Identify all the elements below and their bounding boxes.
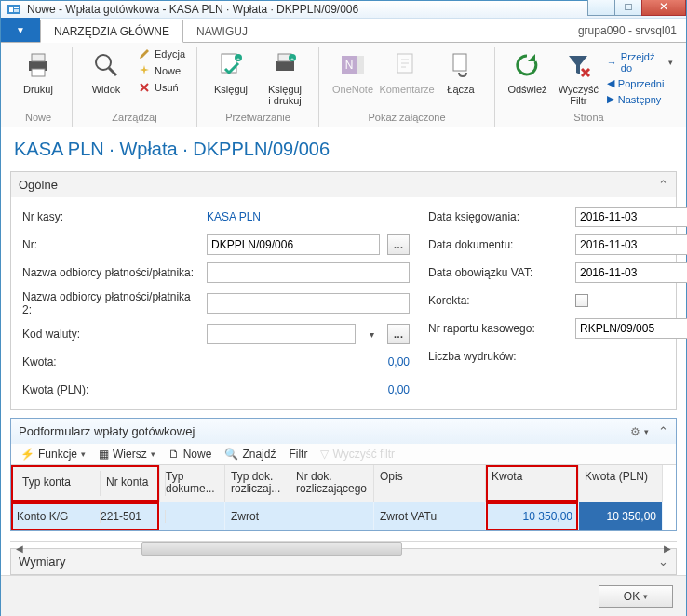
svg-rect-11	[222, 54, 236, 73]
refresh-button[interactable]: Odśwież	[503, 47, 552, 99]
window-buttons: ― □ ✕	[588, 0, 686, 18]
edit-button[interactable]: Edycja	[134, 47, 189, 61]
next-link[interactable]: ▶Następny	[605, 92, 675, 106]
ok-button[interactable]: OK▾	[599, 585, 673, 608]
nrrap-input[interactable]	[575, 318, 687, 339]
tab-main[interactable]: NARZĘDZIA GŁÓWNE	[40, 20, 183, 43]
onenote-icon: N	[338, 50, 368, 80]
kod-lookup-button[interactable]: …	[387, 324, 410, 344]
clear-filter-button[interactable]: Wyczyść Filtr	[554, 47, 603, 110]
cell-opis[interactable]: Zwrot VATu	[374, 502, 486, 530]
links-button[interactable]: Łącza	[435, 47, 487, 99]
cell-kwotapln[interactable]: 10 350,00	[579, 502, 663, 530]
group-label-manage: Zarządzaj	[80, 110, 189, 127]
col-opis[interactable]: Opis	[374, 465, 486, 502]
prev-link[interactable]: ◀Poprzedni	[605, 76, 675, 90]
kwota-value: 0,00	[261, 355, 410, 368]
view-button[interactable]: Widok	[80, 47, 132, 99]
svg-point-7	[96, 55, 111, 70]
titlebar: Nowe - Wpłata gotówkowa - KASA PLN · Wpł…	[1, 1, 686, 19]
window-title: Nowe - Wpłata gotówkowa - KASA PLN · Wpł…	[27, 3, 358, 16]
tab-navigate[interactable]: NAWIGUJ	[183, 20, 261, 42]
group-label-attach: Pokaż załączone	[327, 110, 487, 127]
col-typdokr[interactable]: Typ dok. rozliczaj...	[225, 465, 290, 502]
group-label-page: Strona	[503, 110, 675, 127]
pencil-icon	[138, 47, 151, 60]
chevron-up-icon: ⌃	[658, 178, 668, 192]
wyczysc-filtr-button: ▽Wyczyść filtr	[320, 448, 395, 461]
svg-text:+: +	[290, 56, 294, 61]
subform-grid: Typ konta Nr konta Typ dokume... Typ dok…	[11, 465, 676, 529]
maximize-button[interactable]: □	[614, 0, 642, 16]
korekta-checkbox[interactable]	[575, 294, 588, 307]
kod-dropdown[interactable]: ▾	[363, 329, 380, 340]
cell-kwota[interactable]: 10 350,00	[486, 502, 579, 530]
lightning-icon: ⚡	[20, 448, 34, 461]
delete-button[interactable]: Usuń	[134, 80, 189, 95]
onenote-button: N OneNote	[327, 47, 379, 99]
chevron-up-icon: ⌃	[658, 424, 668, 438]
subform-toolbar: ⚡Funkcje ▾ ▦Wiersz ▾ 🗋Nowe 🔍Znajdź Filtr…	[11, 444, 676, 465]
magnifier-icon	[91, 50, 121, 80]
gear-icon[interactable]: ⚙	[630, 425, 640, 438]
label-nrkasy: Nr kasy:	[22, 210, 199, 223]
nr-lookup-button[interactable]: …	[387, 234, 410, 255]
odb2-input[interactable]	[207, 293, 410, 314]
col-kwota[interactable]: Kwota	[486, 465, 579, 502]
wiersz-menu[interactable]: ▦Wiersz ▾	[99, 448, 155, 461]
binoculars-icon: 🔍	[224, 448, 238, 461]
label-kod: Kod waluty:	[22, 328, 199, 341]
cell-nrdokr[interactable]	[290, 502, 374, 530]
svg-rect-1	[9, 7, 13, 12]
nr-input[interactable]	[207, 234, 380, 255]
link-icon	[446, 50, 476, 80]
group-label-new: Nowe	[12, 110, 64, 127]
label-nr: Nr:	[22, 238, 199, 251]
x-icon	[138, 81, 151, 94]
nowe-button[interactable]: 🗋Nowe	[168, 448, 212, 461]
file-menu[interactable]: ▼	[1, 18, 40, 42]
datav-input[interactable]	[575, 262, 687, 283]
funkcje-menu[interactable]: ⚡Funkcje ▾	[20, 448, 86, 461]
cell-typ-nr-konta[interactable]: Konto K/G 221-501	[11, 502, 160, 530]
znajdz-button[interactable]: 🔍Znajdź	[224, 448, 276, 461]
col-nrdokr[interactable]: Nr dok. rozliczającego	[290, 465, 374, 502]
horizontal-scrollbar[interactable]: ◀ ▶	[10, 541, 677, 542]
new-button[interactable]: Nowe	[134, 63, 189, 78]
svg-rect-6	[32, 69, 45, 76]
nrkasy-link[interactable]: KASA PLN	[207, 210, 261, 223]
label-kwota: Kwota:	[22, 355, 199, 368]
label-kwotapln: Kwota (PLN):	[22, 383, 199, 396]
grid-icon: ▦	[99, 448, 109, 461]
post-print-button[interactable]: + Księguj i drukuj	[259, 47, 311, 110]
datak-input[interactable]	[575, 207, 687, 227]
label-datad: Data dokumentu:	[428, 238, 568, 251]
odb1-input[interactable]	[207, 262, 410, 283]
chevron-down-icon: ⌄	[658, 555, 668, 569]
sparkle-icon	[138, 64, 151, 77]
filtr-button[interactable]: Filtr	[289, 448, 307, 461]
kod-input[interactable]	[207, 324, 356, 344]
svg-rect-14	[276, 61, 294, 71]
cell-typdok[interactable]	[160, 502, 225, 530]
col-kwotapln[interactable]: Kwota (PLN)	[579, 465, 663, 502]
scroll-left-button[interactable]: ◀	[11, 542, 28, 556]
goto-link[interactable]: →Przejdź do▾	[605, 50, 675, 74]
datad-input[interactable]	[575, 234, 687, 255]
scroll-right-button[interactable]: ▶	[659, 542, 676, 556]
close-button[interactable]: ✕	[641, 0, 686, 16]
subform-header[interactable]: Podformularz wpłaty gotówkowej ⚙ ▾ ⌃	[11, 419, 676, 444]
new-doc-icon: 🗋	[168, 448, 180, 461]
svg-line-8	[109, 68, 116, 75]
section-general-header[interactable]: Ogólne ⌃	[11, 172, 676, 197]
post-button[interactable]: + Księguj	[205, 47, 257, 99]
print-button[interactable]: Drukuj	[12, 47, 64, 99]
scroll-thumb[interactable]	[141, 542, 402, 556]
printer-icon	[23, 50, 53, 80]
col-typdok[interactable]: Typ dokume...	[160, 465, 225, 502]
cell-typdokr[interactable]: Zwrot	[225, 502, 290, 530]
svg-rect-5	[32, 54, 45, 61]
ribbon: Drukuj Nowe Widok Edycja Nowe Usuń Zarzą…	[1, 43, 686, 127]
minimize-button[interactable]: ―	[587, 0, 615, 16]
col-typ-nr-konta[interactable]: Typ konta Nr konta	[11, 465, 160, 502]
